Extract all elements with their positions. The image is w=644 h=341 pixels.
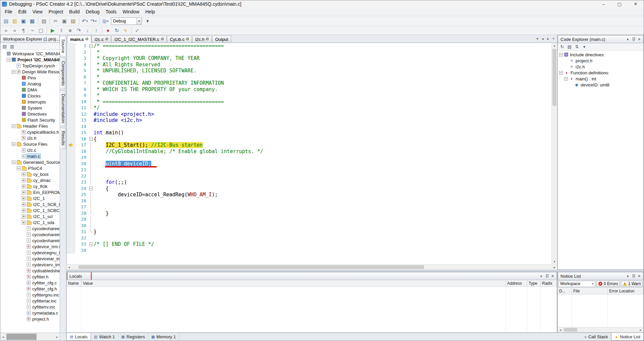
ce-item-main-int[interactable]: −♦main() : int [558,76,643,82]
code-text[interactable]: uint8 deviceID; [94,161,551,167]
scroll-up-icon[interactable]: ▴ [552,43,557,48]
pause-icon[interactable]: ‖ [57,26,65,35]
restart-icon[interactable]: ↻ [113,26,121,35]
debug-continue-icon[interactable]: ▶ [49,26,57,35]
fold-margin[interactable]: − [88,136,94,142]
panel-menu-icon[interactable]: ▾ [625,37,631,42]
ws-item-cy-lfclk[interactable]: +cy_lfclk [0,183,60,189]
breakpoint-margin[interactable] [67,179,75,186]
code-line-18[interactable]: 18 //CyGlobalIntEnable; /* Enable global… [67,148,551,155]
ws-item-cy-boot[interactable]: +cy_boot [0,171,60,177]
menu-project[interactable]: Project [46,8,66,15]
breakpoint-margin[interactable] [67,186,75,192]
code-line-7[interactable]: 7 * CONFIDENTIAL AND PROPRIETARY INFORMA… [67,80,551,86]
uncomment-icon[interactable]: ¬ [28,26,36,35]
ws-item-generated-source[interactable]: −Generated_Source [0,159,60,165]
code-text[interactable]: for(;;) [94,179,551,186]
ws-item-project-i2c-mma845q[interactable]: −Project 'I2C_MMA845Q [0,57,60,63]
menu-debug[interactable]: Debug [83,8,103,15]
pin-icon[interactable] [631,37,636,42]
breakpoint-margin[interactable] [67,235,75,242]
menu-tools[interactable]: Tools [103,8,120,15]
ws-item-cyfitterrv-inc[interactable]: icyfitterrv.inc [0,304,60,310]
open-project-icon[interactable]: ▥ [11,17,19,25]
code-text[interactable] [94,216,551,223]
code-line-9[interactable]: 9 * [67,92,551,99]
ws-item-cyfitteriar-inc[interactable]: icyfitteriar.inc [0,298,60,304]
breakpoint-margin[interactable] [67,124,75,130]
code-text[interactable]: #include <i2c.h> [94,117,551,124]
code-line-2[interactable]: 2 * [67,49,551,56]
code-line-22[interactable]: 22 [67,173,551,180]
code-line-12[interactable]: 12#include <project.h> [67,111,551,118]
code-text[interactable]: { [94,186,551,192]
ws-item-cyfitter-h[interactable]: hcyfitter.h [0,274,60,280]
code-line-10[interactable]: 10 * ===================================… [67,99,551,105]
breakpoint-margin[interactable] [67,136,75,142]
redo-icon[interactable]: ↷▾ [90,17,98,25]
code-text[interactable] [94,198,551,204]
code-text[interactable] [94,154,551,161]
expander-minus-icon[interactable]: − [559,53,563,57]
code-text[interactable]: * ======================================… [94,99,551,105]
save-all-icon[interactable]: ▦ [28,17,36,25]
code-text[interactable]: * [94,74,551,80]
breakpoint-margin[interactable] [67,142,75,148]
errors-filter-button[interactable]: × 0 Errors [596,281,620,287]
notice-column-d[interactable]: D... [558,288,572,294]
whitespace-icon[interactable]: ▢ [37,26,45,35]
save-icon[interactable]: ▣ [19,17,28,25]
active-files-dropdown-icon[interactable]: ▾ [535,36,540,42]
breakpoint-margin[interactable] [67,43,75,49]
breakpoint-margin[interactable] [67,148,75,155]
ws-item-em-eeprom-d[interactable]: +Em_EEPROM_D... [0,189,60,195]
code-line-19[interactable]: 19 [67,154,551,161]
doc-tab-main-c[interactable]: main.c [67,35,91,43]
ws-item-cycodeshareim[interactable]: icycodeshareim... [0,237,60,244]
breakpoint-margin[interactable] [67,223,75,229]
breakpoint-margin[interactable] [67,248,75,254]
code-text[interactable]: * WHICH IS THE PROPERTY OF your company. [94,86,551,93]
ws-item-directives[interactable]: Directives [0,111,60,117]
editor-vertical-scrollbar[interactable]: ▴ ▾ [551,43,557,264]
ws-item-source-files[interactable]: −Source Files [0,141,60,147]
expander-minus-icon[interactable]: − [12,124,15,128]
warnings-filter-button[interactable]: 1 Warn [621,281,643,287]
ws-item-system[interactable]: System [0,105,60,111]
close-panel-icon[interactable]: × [636,37,642,42]
breakpoint-margin[interactable] [67,167,75,173]
ws-item-design-wide-resource[interactable]: −dDesign Wide Resource [0,69,60,75]
code-text[interactable] [94,223,551,229]
ws-item-main-c[interactable]: cmain.c [0,153,60,159]
ws-item-cydevice-trm-h[interactable]: hcydevice_trm.h [0,244,60,250]
editor-horizontal-scrollbar[interactable]: ◂ ▸ [66,264,557,270]
breakpoint-margin[interactable] [67,49,75,56]
code-line-25[interactable]: 25 deviceID=accel_ReadReg(WHO_AM_I); [67,192,551,198]
ws-item-clocks[interactable]: Clocks [0,93,60,99]
ws-item-header-files[interactable]: −Header Files [0,123,60,129]
expander-minus-icon[interactable]: − [7,58,10,62]
ws-item-cy-dmac[interactable]: +cy_dmac [0,177,60,183]
menu-help[interactable]: Help [142,8,158,15]
locals-column-name[interactable]: Name [67,280,82,286]
ws-item-cyfitter-cfg-h[interactable]: hcyfitter_cfg.h [0,286,60,292]
code-line-26[interactable]: 26 [67,198,551,204]
workspace-horizontal-scrollbar[interactable]: ◂ ▸ [0,333,60,341]
code-line-21[interactable]: 21 [67,167,551,173]
ws-item-topdesign-cysch[interactable]: tTopDesign.cysch [0,63,60,69]
code-text[interactable]: int main() [94,130,551,136]
ws-item-i2c-1-scbclk[interactable]: +I2C_1_SCBCLK [0,207,60,213]
doc-tab-i2c-1-i2c-master-c[interactable]: I2C_1_I2C_MASTER.c [111,36,167,43]
scroll-right-icon[interactable]: ▸ [638,327,643,332]
ws-item-workspace-i2c-mma845q[interactable]: Workspace 'I2C_MMA845Q-... [0,51,60,57]
code-line-31[interactable]: 31} [67,229,551,235]
code-line-29[interactable]: 29 [67,216,551,223]
code-line-16[interactable]: 16−{ [67,136,551,142]
expander-minus-icon[interactable]: − [12,160,15,164]
expander-plus-icon[interactable]: + [22,221,25,224]
paste-icon[interactable]: ▤ [69,17,77,25]
code-line-5[interactable]: 5 * UNPUBLISHED, LICENSED SOFTWARE. [67,68,551,74]
code-line-13[interactable]: 13#include <i2c.h> [67,117,551,124]
code-text[interactable] [94,167,551,173]
fold-margin[interactable]: − [88,241,94,248]
